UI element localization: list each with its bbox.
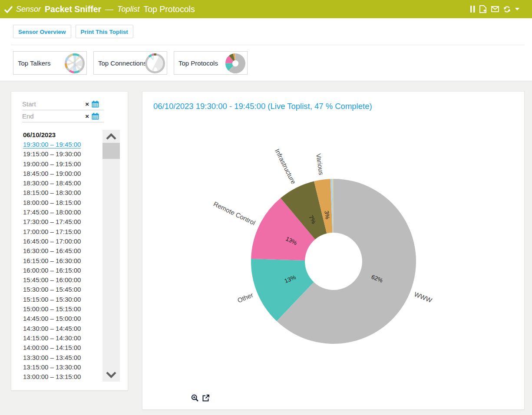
- time-range-item[interactable]: 14:45:00 – 15:00:00: [23, 315, 81, 324]
- top-protocols-thumbnail: [225, 53, 246, 74]
- toolbar: Sensor Overview Print This Toplist: [13, 25, 133, 38]
- breadcrumb-sensor-label: Sensor: [16, 5, 41, 14]
- time-range-item[interactable]: 19:30:00 – 19:45:00: [23, 141, 81, 150]
- tab-top-protocols[interactable]: Top Protocols: [174, 51, 248, 75]
- time-range-item[interactable]: 18:45:00 – 19:00:00: [23, 170, 81, 179]
- divider: [11, 45, 525, 45]
- time-range-item[interactable]: 13:00:00 – 13:15:00: [23, 373, 81, 382]
- time-range-item[interactable]: 15:00:00 – 15:15:00: [23, 305, 81, 315]
- scroll-up-icon[interactable]: [106, 132, 117, 141]
- external-link-icon[interactable]: [202, 394, 210, 402]
- start-date-input[interactable]: [22, 100, 85, 108]
- header-bar: Sensor Packet Sniffer — Toplist Top Prot…: [0, 0, 532, 18]
- tab-top-talkers[interactable]: Top Talkers: [13, 51, 87, 75]
- print-toplist-button[interactable]: Print This Toplist: [76, 25, 133, 38]
- time-range-item[interactable]: 18:00:00 – 18:15:00: [23, 199, 81, 208]
- divider: [0, 81, 532, 81]
- sensor-name[interactable]: Packet Sniffer: [45, 4, 101, 14]
- slice-name-label: Other: [236, 291, 254, 304]
- time-range-item[interactable]: 15:30:00 – 15:45:00: [23, 286, 81, 295]
- time-range-item[interactable]: 16:30:00 – 16:45:00: [23, 247, 81, 257]
- time-range-item[interactable]: 16:15:00 – 16:30:00: [23, 257, 81, 267]
- slice-name-label: Infrastructure: [274, 148, 297, 185]
- clear-end-icon[interactable]: ×: [85, 113, 89, 119]
- toplist-name: Top Protocols: [143, 4, 195, 14]
- tab-label: Top Talkers: [18, 59, 51, 67]
- time-filter-panel: × × 06/10/2023 19:30:00 – 19:45:0019:15:…: [11, 91, 128, 391]
- time-range-item[interactable]: 15:45:00 – 16:00:00: [23, 276, 81, 286]
- time-range-item[interactable]: 19:00:00 – 19:15:00: [23, 160, 81, 170]
- sensor-overview-button[interactable]: Sensor Overview: [13, 25, 71, 38]
- date-header: 06/10/2023: [23, 131, 56, 138]
- end-date-input[interactable]: [22, 112, 85, 120]
- end-date-row: ×: [22, 110, 104, 122]
- time-range-item[interactable]: 16:45:00 – 17:00:00: [23, 237, 81, 247]
- slice-name-label: Various: [315, 153, 325, 175]
- tab-label: Top Connections: [98, 59, 147, 67]
- breadcrumb-separator: —: [105, 4, 113, 14]
- time-range-item[interactable]: 18:15:00 – 18:30:00: [23, 189, 81, 198]
- start-calendar-icon[interactable]: [92, 101, 99, 108]
- time-range-item[interactable]: 14:15:00 – 14:30:00: [23, 334, 81, 344]
- pause-icon[interactable]: [470, 6, 475, 13]
- end-calendar-icon[interactable]: [92, 113, 99, 120]
- time-range-item[interactable]: 14:30:00 – 14:45:00: [23, 325, 81, 334]
- time-range-item[interactable]: 14:00:00 – 14:15:00: [23, 344, 81, 353]
- top-talkers-thumbnail: [64, 53, 85, 74]
- start-date-row: ×: [22, 98, 104, 110]
- time-range-item[interactable]: 17:30:00 – 17:45:00: [23, 218, 81, 227]
- breadcrumb-toplist-label: Toplist: [117, 5, 139, 14]
- time-range-item[interactable]: 18:30:00 – 18:45:00: [23, 179, 81, 189]
- time-range-item[interactable]: 19:15:00 – 19:30:00: [23, 150, 81, 160]
- time-range-item[interactable]: 15:15:00 – 15:30:00: [23, 296, 81, 305]
- tab-top-connections[interactable]: Top Connections: [93, 51, 167, 75]
- scroll-down-icon[interactable]: [106, 370, 117, 379]
- scrollbar-thumb[interactable]: [102, 143, 120, 159]
- scrollbar[interactable]: [102, 130, 120, 382]
- time-range-item[interactable]: 13:30:00 – 13:45:00: [23, 354, 81, 363]
- add-report-icon[interactable]: [479, 5, 487, 13]
- status-check-icon: [4, 5, 13, 13]
- top-connections-thumbnail: [145, 53, 165, 74]
- time-range-item[interactable]: 17:45:00 – 18:00:00: [23, 208, 81, 218]
- clear-start-icon[interactable]: ×: [85, 101, 89, 107]
- time-range-item[interactable]: 13:15:00 – 13:30:00: [23, 363, 81, 373]
- slice-name-label: Remote Control: [212, 200, 257, 227]
- caret-down-icon[interactable]: [515, 8, 519, 10]
- refresh-icon[interactable]: [503, 6, 511, 13]
- zoom-in-icon[interactable]: [191, 394, 199, 402]
- protocol-donut-chart: 62%WWW13%Other13%Remote Control7%Infrast…: [142, 92, 525, 410]
- toplist-chart-panel: 06/10/2023 19:30:00 - 19:45:00 (Live Top…: [142, 91, 525, 410]
- time-range-item[interactable]: 16:00:00 – 16:15:00: [23, 267, 81, 276]
- slice-percent-label: 3%: [323, 210, 331, 219]
- email-icon[interactable]: [491, 6, 499, 12]
- time-range-list: 19:30:00 – 19:45:0019:15:00 – 19:30:0019…: [23, 141, 81, 382]
- time-range-item[interactable]: 17:00:00 – 17:15:00: [23, 228, 81, 237]
- tab-label: Top Protocols: [178, 59, 218, 67]
- slice-name-label: WWW: [413, 290, 433, 304]
